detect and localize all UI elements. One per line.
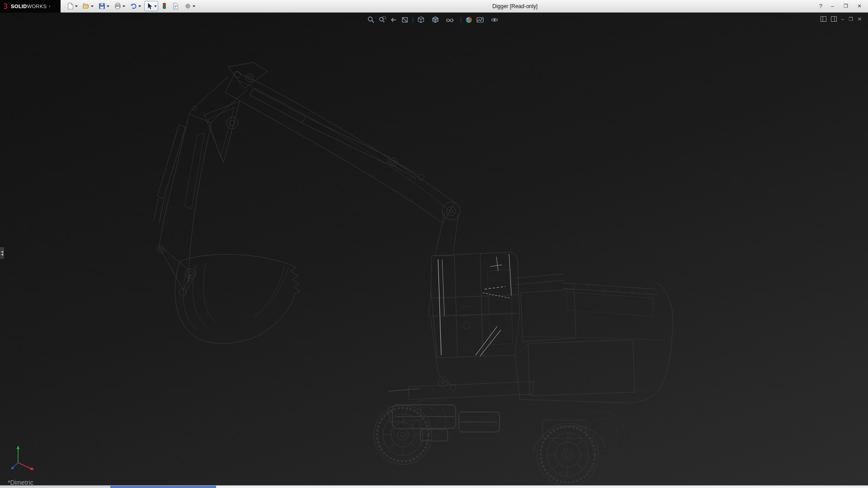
print-button[interactable]	[113, 1, 127, 11]
dropdown-arrow-icon[interactable]	[91, 5, 94, 7]
taskbar-segment[interactable]	[216, 486, 868, 488]
dropdown-arrow-icon[interactable]	[107, 5, 109, 7]
chevron-left-icon: ◀	[1, 253, 3, 256]
window-title: Digger [Read-only]	[492, 3, 538, 9]
appearance-sphere-icon	[465, 16, 473, 24]
maximize-button[interactable]: ❐	[841, 2, 851, 10]
rebuild-button[interactable]	[160, 1, 169, 11]
options-button[interactable]	[183, 1, 197, 11]
title-bar: SOLIDWORKS ›	[0, 0, 868, 13]
rebuild-icon	[161, 2, 167, 10]
zoom-to-area-button[interactable]	[378, 15, 387, 24]
view-orientation-button[interactable]	[416, 15, 429, 24]
feature-panel-collapse-tab[interactable]: ◀ ◀	[0, 247, 4, 259]
pane-split-left-icon	[821, 16, 826, 22]
printer-icon	[114, 2, 122, 10]
dropdown-arrow-icon[interactable]	[138, 5, 141, 7]
display-style-button[interactable]	[431, 15, 443, 24]
dropdown-arrow-icon[interactable]	[123, 5, 125, 7]
view-settings-button[interactable]	[490, 15, 502, 24]
triad-axes-icon	[8, 443, 40, 474]
glasses-icon	[446, 16, 454, 24]
taskbar-segment[interactable]	[0, 486, 110, 488]
pane-split-left-button[interactable]	[821, 16, 826, 22]
previous-view-button[interactable]	[389, 15, 398, 24]
pane-split-right-icon	[831, 16, 837, 22]
open-folder-icon	[82, 2, 90, 10]
solidworks-logo-icon	[3, 3, 9, 9]
toolbar-separator	[413, 17, 413, 23]
zoom-to-fit-icon	[367, 16, 375, 24]
save-floppy-icon	[98, 2, 106, 10]
brand-text: SOLIDWORKS	[11, 4, 47, 9]
open-button[interactable]	[81, 1, 95, 11]
scene-icon	[476, 16, 484, 24]
taskbar-active-button[interactable]	[110, 486, 216, 488]
section-view-icon	[401, 16, 409, 24]
zoom-to-area-icon	[378, 16, 387, 24]
edit-appearance-button[interactable]	[464, 15, 473, 24]
select-cursor-icon	[146, 2, 153, 10]
brand-prefix: SOLID	[11, 4, 27, 9]
new-document-icon	[66, 2, 74, 10]
options-gear-icon	[184, 2, 192, 10]
select-button[interactable]	[144, 1, 158, 11]
menu-expander-icon[interactable]: ›	[49, 4, 50, 9]
save-button[interactable]	[97, 1, 111, 11]
close-button[interactable]: ✕	[854, 2, 864, 10]
view-orientation-cube-icon	[417, 16, 425, 24]
document-window-controls: – ❐ ✕	[821, 16, 862, 22]
solidworks-logo: SOLIDWORKS ›	[0, 0, 61, 13]
mdi-close-button[interactable]: ✕	[858, 17, 862, 22]
taskbar-strip	[0, 485, 868, 488]
standard-toolbar	[65, 1, 197, 11]
pane-split-right-button[interactable]	[831, 16, 837, 22]
graphics-viewport[interactable]	[0, 13, 868, 485]
hide-show-items-button[interactable]	[445, 15, 458, 24]
help-button[interactable]: ?	[818, 3, 824, 9]
toolbar-separator	[461, 17, 461, 23]
new-document-button[interactable]	[65, 1, 79, 11]
zoom-to-fit-button[interactable]	[367, 15, 376, 24]
file-properties-button[interactable]	[170, 1, 181, 11]
undo-arrow-icon	[130, 2, 137, 10]
mdi-restore-button[interactable]: ❐	[849, 17, 853, 22]
dropdown-arrow-icon[interactable]	[154, 5, 157, 7]
brand-suffix: WORKS	[27, 4, 47, 9]
display-style-icon	[431, 16, 439, 24]
section-view-button[interactable]	[401, 15, 410, 24]
file-properties-icon	[172, 2, 179, 10]
headsup-view-toolbar	[367, 15, 502, 24]
dropdown-arrow-icon[interactable]	[75, 5, 78, 7]
previous-view-icon	[390, 16, 398, 24]
orientation-triad[interactable]	[8, 443, 40, 476]
view-settings-eye-icon	[491, 16, 499, 24]
window-controls: ? – ❐ ✕	[818, 2, 864, 10]
solidworks-window: SOLIDWORKS ›	[0, 0, 868, 488]
dropdown-arrow-icon[interactable]	[193, 5, 195, 7]
minimize-button[interactable]: –	[827, 2, 837, 10]
mdi-minimize-button[interactable]: –	[841, 17, 844, 22]
undo-button[interactable]	[128, 1, 142, 11]
apply-scene-button[interactable]	[476, 15, 488, 24]
